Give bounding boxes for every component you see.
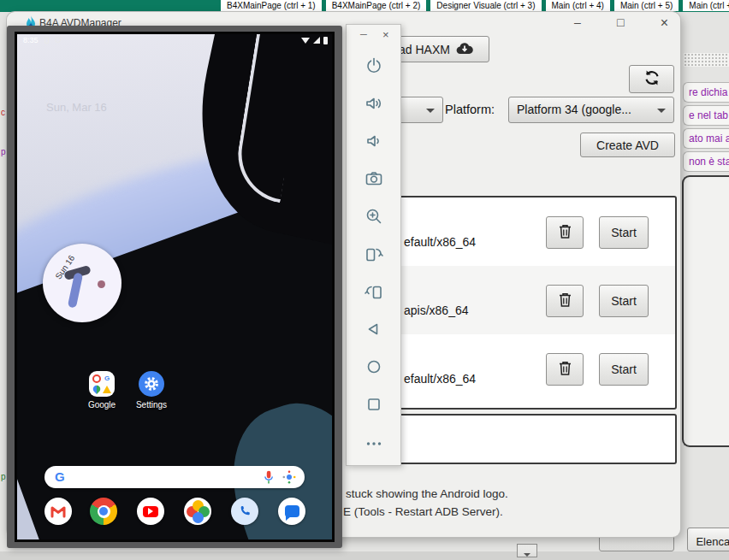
ide-panel-edge bbox=[682, 175, 729, 447]
start-avd-button[interactable]: Start bbox=[599, 216, 649, 249]
elenca-button[interactable]: Elenca i bbox=[687, 528, 729, 551]
minimize-button[interactable]: – bbox=[360, 27, 367, 40]
start-avd-button[interactable]: Start bbox=[599, 285, 649, 317]
emulator-toolbar-window: – × bbox=[346, 24, 401, 466]
cloud-download-icon bbox=[456, 42, 473, 57]
youtube-play-badge bbox=[143, 506, 158, 517]
log-text: non è sta bbox=[689, 156, 729, 168]
photos-app-icon[interactable] bbox=[184, 498, 211, 525]
ide-mini-dropdown[interactable] bbox=[517, 544, 537, 557]
more-icon[interactable] bbox=[364, 433, 384, 454]
delete-avd-button[interactable] bbox=[546, 285, 584, 317]
clock-dot bbox=[98, 280, 105, 288]
emulator-window: 8:35 Sun, Mar 16 Sun 16 G bbox=[7, 26, 342, 548]
ide-tab-main-6[interactable]: Main (ctrl + 6) bbox=[683, 0, 729, 11]
close-button[interactable]: × bbox=[661, 15, 668, 31]
microphone-icon[interactable] bbox=[264, 470, 274, 488]
play-icon bbox=[148, 508, 153, 515]
ide-tab-b4xmainpage-2[interactable]: B4XMainPage (ctrl + 2) bbox=[326, 0, 427, 11]
zoom-in-icon[interactable] bbox=[364, 206, 384, 227]
trash-icon bbox=[558, 223, 572, 242]
ide-tab-main-5[interactable]: Main (ctrl + 5) bbox=[614, 0, 679, 11]
mini-drive-icon bbox=[103, 386, 111, 393]
avd-row: efault/x86_64 Start bbox=[356, 334, 675, 403]
ide-log-line: re dichia bbox=[683, 82, 729, 103]
mini-maps-icon bbox=[92, 384, 102, 394]
close-button[interactable]: × bbox=[382, 28, 389, 41]
platform-selected-value: Platform 34 (google... bbox=[517, 103, 631, 116]
back-icon[interactable] bbox=[364, 319, 384, 339]
delete-avd-button[interactable] bbox=[546, 216, 584, 249]
chrome-app-icon[interactable] bbox=[90, 498, 117, 525]
maximize-button[interactable]: □ bbox=[617, 15, 624, 31]
chrome-dot bbox=[99, 507, 108, 516]
chevron-down-icon bbox=[524, 553, 530, 557]
app-label-google: Google bbox=[74, 400, 129, 410]
log-text: ato mai a bbox=[689, 133, 729, 144]
wifi-icon bbox=[301, 38, 310, 44]
volume-up-icon[interactable] bbox=[364, 93, 384, 114]
overview-icon[interactable] bbox=[364, 394, 384, 415]
camera-icon[interactable] bbox=[364, 168, 384, 189]
refresh-icon bbox=[643, 69, 661, 89]
photos-petal bbox=[193, 512, 204, 523]
trash-icon bbox=[558, 292, 572, 310]
ide-topbar: B4XMainPage (ctrl + 1) B4XMainPage (ctrl… bbox=[0, 0, 729, 12]
rotate-ccw-icon[interactable] bbox=[364, 244, 384, 264]
refresh-avd-list-button[interactable] bbox=[629, 65, 674, 93]
avd-name: efault/x86_64 bbox=[404, 372, 476, 386]
avd-name: efault/x86_64 bbox=[404, 235, 476, 249]
log-text: e nel tab bbox=[689, 109, 728, 121]
google-lens-icon[interactable] bbox=[282, 470, 296, 487]
ide-tab-main-4[interactable]: Main (ctrl + 4) bbox=[546, 0, 610, 11]
status-time: 8:35 bbox=[23, 36, 39, 44]
ide-bottom-strip bbox=[0, 551, 729, 560]
hint-line: stuck showing the Android logo. bbox=[346, 487, 508, 500]
youtube-app-icon[interactable] bbox=[137, 498, 164, 525]
screen-root: B4XMainPage (ctrl + 1) B4XMainPage (ctrl… bbox=[0, 0, 729, 560]
create-avd-button[interactable]: Create AVD bbox=[580, 133, 675, 157]
ide-log-line: e nel tab bbox=[683, 105, 729, 126]
settings-app-icon[interactable] bbox=[139, 371, 164, 397]
app-label-settings: Settings bbox=[124, 400, 179, 410]
avd-row: apis/x86_64 Start bbox=[356, 266, 675, 334]
rotate-cw-icon[interactable] bbox=[364, 281, 384, 302]
power-icon[interactable] bbox=[364, 56, 384, 76]
output-box[interactable] bbox=[354, 414, 677, 464]
lockscreen-date: Sun, Mar 16 bbox=[46, 101, 107, 114]
android-screen[interactable]: 8:35 Sun, Mar 16 Sun 16 G bbox=[17, 34, 332, 539]
window-controls: – □ × bbox=[574, 15, 668, 31]
google-search-bar[interactable]: G bbox=[44, 466, 305, 488]
ide-collapsed-region bbox=[684, 53, 729, 67]
hint-line: E (Tools - Restart ADB Server). bbox=[343, 505, 503, 518]
minimize-button[interactable]: – bbox=[574, 15, 581, 31]
emulator-bezel: 8:35 Sun, Mar 16 Sun 16 G bbox=[15, 32, 335, 542]
log-text: re dichia bbox=[689, 86, 727, 98]
mini-app-icon bbox=[92, 374, 101, 383]
ide-tab-strip: B4XMainPage (ctrl + 1) B4XMainPage (ctrl… bbox=[221, 0, 729, 11]
avd-name: apis/x86_64 bbox=[404, 304, 469, 317]
notification-icon bbox=[55, 37, 61, 43]
gmail-app-icon[interactable] bbox=[44, 498, 72, 525]
chevron-down-icon bbox=[657, 109, 666, 113]
ide-log-line: ato mai a bbox=[683, 128, 729, 149]
messages-app-icon[interactable] bbox=[278, 498, 305, 525]
delete-avd-button[interactable] bbox=[546, 353, 584, 386]
gear-icon bbox=[142, 374, 161, 393]
avd-row: efault/x86_64 Start bbox=[356, 197, 675, 266]
trash-icon bbox=[558, 360, 572, 379]
platform-dropdown[interactable]: Platform 34 (google... bbox=[508, 97, 674, 123]
analog-clock-widget[interactable]: Sun 16 bbox=[43, 244, 122, 322]
chrome-inner bbox=[98, 505, 110, 518]
google-folder-icon[interactable]: G bbox=[89, 371, 115, 397]
status-bar: 8:35 bbox=[17, 34, 332, 46]
ide-tab-designer-visuale[interactable]: Designer Visuale (ctrl + 3) bbox=[430, 0, 541, 11]
avd-list-panel: efault/x86_64 Start apis/x86_64 Start ef… bbox=[354, 196, 677, 410]
battery-icon bbox=[323, 37, 328, 44]
start-avd-button[interactable]: Start bbox=[599, 353, 649, 386]
phone-app-icon[interactable] bbox=[231, 498, 258, 525]
home-icon[interactable] bbox=[364, 357, 384, 377]
ide-tab-b4xmainpage-1[interactable]: B4XMainPage (ctrl + 1) bbox=[221, 0, 322, 11]
ide-log-line: non è sta bbox=[683, 151, 729, 172]
volume-down-icon[interactable] bbox=[364, 131, 384, 151]
